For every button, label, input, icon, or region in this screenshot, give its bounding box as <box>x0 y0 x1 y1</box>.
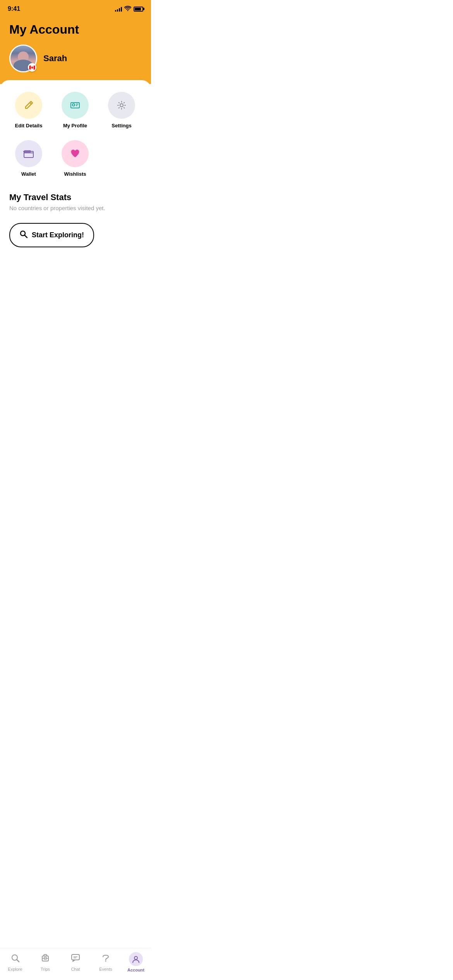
user-name: Sarah <box>43 53 67 63</box>
profile-row[interactable]: 🇨🇦 Sarah <box>9 45 142 72</box>
wishlists-button[interactable]: Wishlists <box>56 140 94 177</box>
heart-icon <box>69 147 82 160</box>
wallet-icon <box>22 147 35 160</box>
status-bar: 9:41 <box>0 0 151 16</box>
wishlists-label: Wishlists <box>64 171 86 177</box>
my-profile-label: My Profile <box>63 123 87 128</box>
edit-details-icon-circle <box>15 92 42 119</box>
status-time: 9:41 <box>8 5 20 12</box>
header: My Account 🇨🇦 Sarah <box>0 16 151 84</box>
travel-stats-title: My Travel Stats <box>9 192 142 202</box>
wallet-label: Wallet <box>21 171 36 177</box>
wifi-icon <box>124 6 131 12</box>
my-profile-button[interactable]: My Profile <box>56 92 94 128</box>
gear-icon <box>115 99 128 111</box>
page-title: My Account <box>9 22 142 37</box>
start-exploring-button[interactable]: Start Exploring! <box>9 223 94 247</box>
travel-stats-subtitle: No countries or properties visited yet. <box>9 205 142 211</box>
signal-icon <box>115 6 122 12</box>
status-icons <box>115 6 143 12</box>
edit-details-button[interactable]: Edit Details <box>9 92 48 128</box>
settings-button[interactable]: Settings <box>102 92 141 128</box>
svg-line-9 <box>25 235 27 238</box>
quick-actions-row1: Edit Details My Profile Settings <box>9 92 142 128</box>
travel-stats-section: My Travel Stats No countries or properti… <box>9 192 142 211</box>
flag-badge: 🇨🇦 <box>28 63 36 72</box>
quick-actions-row2: Wallet Wishlists <box>9 140 142 177</box>
my-profile-icon-circle <box>62 92 89 119</box>
settings-label: Settings <box>112 123 131 128</box>
settings-icon-circle <box>108 92 135 119</box>
search-icon <box>19 230 28 240</box>
start-exploring-label: Start Exploring! <box>32 231 84 239</box>
edit-details-label: Edit Details <box>15 123 43 128</box>
svg-point-4 <box>120 104 123 107</box>
wallet-button[interactable]: Wallet <box>9 140 48 177</box>
profile-card-icon <box>69 99 81 111</box>
wallet-icon-circle <box>15 140 42 167</box>
pencil-icon <box>22 99 35 111</box>
wishlists-icon-circle <box>62 140 89 167</box>
main-content: Edit Details My Profile Settings <box>0 80 151 313</box>
svg-point-1 <box>72 104 75 106</box>
battery-icon <box>134 7 143 12</box>
avatar-container[interactable]: 🇨🇦 <box>9 45 37 72</box>
